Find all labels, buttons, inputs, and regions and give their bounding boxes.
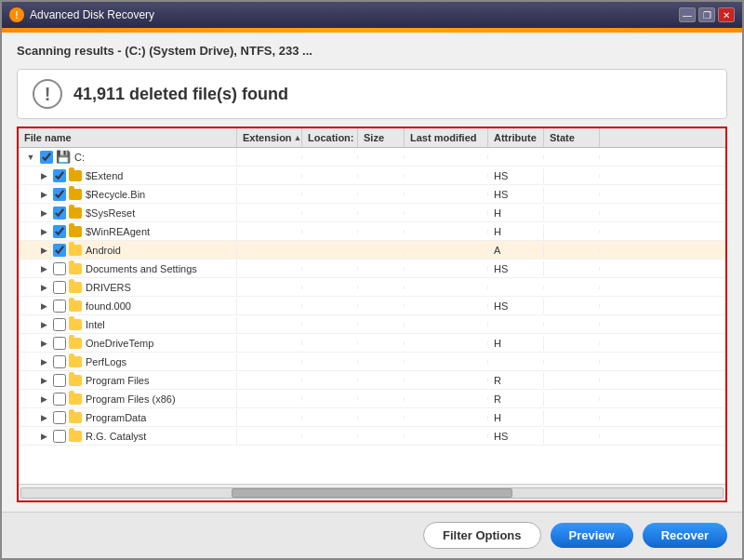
cell-modified <box>405 379 488 382</box>
close-button[interactable]: ✕ <box>718 7 735 22</box>
cell-ext <box>237 416 302 420</box>
row-checkbox[interactable] <box>53 374 66 387</box>
scrollbar-horizontal[interactable] <box>19 484 725 500</box>
scrollbar-h-thumb[interactable] <box>232 488 512 498</box>
row-checkbox[interactable] <box>53 300 66 313</box>
col-header-size[interactable]: Size <box>358 128 405 147</box>
expand-icon[interactable]: ▶ <box>37 411 50 424</box>
cell-name: ▶ Android <box>19 242 237 259</box>
col-header-modified[interactable]: Last modified <box>405 128 488 147</box>
cell-name: ▶ DRIVERS <box>19 279 237 296</box>
cell-attr: HS <box>488 429 544 444</box>
expand-icon[interactable]: ▶ <box>37 188 50 201</box>
cell-size <box>358 155 405 159</box>
expand-icon[interactable]: ▶ <box>37 374 50 387</box>
row-checkbox[interactable] <box>53 225 66 238</box>
expand-icon[interactable]: ▶ <box>37 337 50 350</box>
row-checkbox[interactable] <box>53 337 66 350</box>
cell-size <box>358 230 405 233</box>
cell-loc <box>302 174 358 178</box>
col-header-ext[interactable]: Extension ▲ <box>237 128 302 147</box>
filter-options-button[interactable]: Filter Options <box>423 522 541 549</box>
cell-modified <box>405 230 488 233</box>
row-checkbox[interactable] <box>53 355 66 368</box>
restore-button[interactable]: ❐ <box>698 7 715 22</box>
recover-button[interactable]: Recover <box>643 523 727 548</box>
cell-size <box>358 286 405 289</box>
cell-modified <box>405 211 488 215</box>
row-checkbox[interactable] <box>53 169 66 182</box>
expand-icon[interactable]: ▶ <box>37 318 50 331</box>
cell-modified <box>405 341 488 345</box>
cell-name: ▶ $Extend <box>19 167 237 184</box>
folder-icon <box>69 189 82 200</box>
cell-ext <box>237 267 302 271</box>
expand-icon[interactable]: ▶ <box>37 207 50 220</box>
cell-state <box>544 379 600 382</box>
cell-attr: H <box>488 336 544 351</box>
row-checkbox[interactable] <box>53 430 66 443</box>
cell-loc <box>302 248 358 252</box>
row-checkbox[interactable] <box>53 262 66 275</box>
row-checkbox[interactable] <box>53 207 66 220</box>
scrollbar-h-track[interactable] <box>20 487 724 499</box>
bottom-bar: Filter Options Preview Recover <box>2 512 742 558</box>
cell-modified <box>405 304 488 308</box>
col-header-name[interactable]: File name <box>19 128 237 147</box>
cell-ext <box>237 248 302 252</box>
row-checkbox[interactable] <box>53 281 66 294</box>
expand-icon[interactable]: ▶ <box>37 262 50 275</box>
col-header-loc[interactable]: Location: <box>302 128 358 147</box>
folder-icon <box>69 393 82 405</box>
row-label: C: <box>74 152 85 163</box>
row-checkbox[interactable] <box>53 188 66 201</box>
cell-size <box>358 397 405 401</box>
folder-icon <box>69 300 82 312</box>
col-header-attr[interactable]: Attribute <box>488 128 544 147</box>
expand-icon[interactable]: ▶ <box>37 393 50 406</box>
cell-state <box>544 341 600 345</box>
folder-icon <box>69 245 82 256</box>
row-checkbox[interactable] <box>53 318 66 331</box>
expand-icon[interactable]: ▶ <box>37 355 50 368</box>
row-checkbox[interactable] <box>53 393 66 406</box>
folder-icon <box>69 338 82 349</box>
row-checkbox[interactable] <box>53 411 66 424</box>
expand-icon[interactable]: ▶ <box>37 430 50 443</box>
title-bar-left: ! Advanced Disk Recovery <box>9 7 154 22</box>
cell-attr: H <box>488 410 544 425</box>
expand-icon[interactable]: ▶ <box>37 281 50 294</box>
expand-icon[interactable]: ▶ <box>37 225 50 238</box>
row-checkbox[interactable] <box>53 244 66 257</box>
table-row: ▶ Program Files R <box>19 371 725 390</box>
preview-button[interactable]: Preview <box>551 523 633 548</box>
cell-loc <box>302 323 358 327</box>
cell-loc <box>302 193 358 196</box>
folder-icon <box>69 263 82 274</box>
expand-icon[interactable]: ▶ <box>37 169 50 182</box>
cell-ext <box>237 323 302 327</box>
folder-icon <box>69 356 82 367</box>
expand-icon[interactable]: ▼ <box>24 151 37 164</box>
cell-size <box>358 360 405 364</box>
cell-state <box>544 304 600 308</box>
cell-attr: HS <box>488 299 544 313</box>
expand-icon[interactable]: ▶ <box>37 244 50 257</box>
row-label: $SysReset <box>86 207 135 219</box>
window-controls: — ❐ ✕ <box>679 7 735 22</box>
cell-name: ▶ $WinREAgent <box>19 223 237 240</box>
row-checkbox[interactable] <box>40 151 53 164</box>
cell-name: ▶ Program Files <box>19 372 237 389</box>
expand-icon[interactable]: ▶ <box>37 300 50 313</box>
cell-attr: H <box>488 206 544 220</box>
minimize-button[interactable]: — <box>679 7 696 22</box>
row-label: ProgramData <box>86 412 146 423</box>
folder-icon <box>69 412 82 423</box>
col-header-state[interactable]: State <box>544 128 600 147</box>
cell-ext <box>237 211 302 215</box>
row-label: PerfLogs <box>86 356 126 367</box>
cell-loc <box>302 434 358 438</box>
table-body[interactable]: ▼ 💾 C: ▶ <box>19 148 725 484</box>
table-row: ▶ $SysReset H <box>19 204 725 222</box>
cell-state <box>544 323 600 327</box>
